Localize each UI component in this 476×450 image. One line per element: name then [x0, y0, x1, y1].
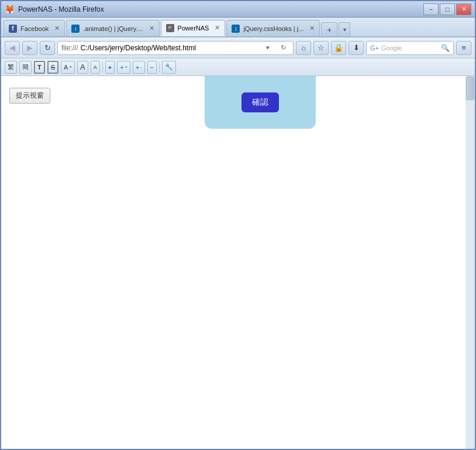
url-dropdown-icon[interactable]: ▾ [261, 42, 274, 54]
toolbar-traditional-btn[interactable]: 繁 [5, 61, 17, 74]
toolbar-add-super-btn[interactable]: ++ [117, 61, 130, 74]
facebook-favicon: f [9, 25, 17, 33]
tab-csshooks[interactable]: j jQuery.cssHooks | j... ✕ [226, 20, 320, 36]
toolbar-font-large-btn[interactable]: A+ [61, 61, 75, 74]
search-engine-icon: G+ [370, 44, 379, 51]
titlebar: 🦊 PowerNAS - Mozilla Firefox − □ ✕ [1, 1, 475, 18]
tab-jquery-animate-label: .animate() | jQuery.... [83, 25, 143, 32]
toolbar-add-sub-btn[interactable]: +- [133, 61, 145, 74]
toolbar-s-btn[interactable]: S [47, 61, 58, 74]
tab-facebook[interactable]: f Facebook ✕ [4, 20, 65, 36]
back-button[interactable]: ◀ [5, 41, 20, 55]
maximize-button[interactable]: □ [440, 4, 455, 15]
browser-window: 🦊 PowerNAS - Mozilla Firefox − □ ✕ f Fac… [0, 0, 476, 450]
tab-csshooks-label: jQuery.cssHooks | j... [243, 25, 303, 32]
reload-button[interactable]: ↻ [40, 41, 55, 55]
toolbar-separator-2 [159, 62, 160, 73]
powernas-favicon: P [166, 24, 174, 32]
tabbar: f Facebook ✕ j .animate() | jQuery.... ✕… [1, 18, 475, 37]
toolbar-tool-btn[interactable]: 🔧 [162, 61, 176, 74]
tab-powernas-close[interactable]: ✕ [215, 24, 220, 32]
tab-csshooks-close[interactable]: ✕ [309, 25, 315, 32]
search-placeholder: Google [381, 44, 439, 51]
tab-menu-button[interactable]: ▾ [339, 22, 350, 36]
url-bar[interactable]: file:/// C:/Users/jerry/Desktop/Web/test… [57, 41, 294, 55]
bookmark-button[interactable]: ☆ [313, 41, 329, 55]
titlebar-controls: − □ ✕ [423, 4, 471, 15]
popup-overlay: 確認 [205, 76, 316, 129]
scrollbar-thumb[interactable] [466, 77, 474, 100]
titlebar-icon: 🦊 [5, 5, 15, 14]
browser-menu-button[interactable]: ≡ [456, 41, 471, 55]
toolbar-separator-1 [102, 62, 103, 73]
titlebar-left: 🦊 PowerNAS - Mozilla Firefox [5, 5, 104, 14]
url-protocol: file:/// [61, 44, 78, 52]
titlebar-title: PowerNAS - Mozilla Firefox [18, 5, 104, 13]
toolbar-add-blue-btn[interactable]: + [105, 61, 115, 74]
tab-facebook-label: Facebook [20, 25, 49, 32]
scrollbar-track[interactable] [465, 76, 475, 449]
search-bar[interactable]: G+ Google 🔍 [366, 41, 454, 55]
url-path: C:/Users/jerry/Desktop/Web/test.html [81, 44, 196, 52]
new-tab-button[interactable]: + [321, 22, 337, 36]
toolbar-minus-btn[interactable]: − [147, 61, 157, 74]
toolbar-font-normal-btn[interactable]: A [77, 61, 88, 74]
close-button[interactable]: ✕ [456, 4, 471, 15]
page-content: 提示視窗 確認 [1, 76, 475, 449]
tab-jquery-animate-close[interactable]: ✕ [149, 25, 154, 32]
tab-powernas-label: PowerNAS [178, 25, 209, 32]
toolbar-t-btn[interactable]: T [34, 61, 45, 74]
toolbar-font-small-btn[interactable]: A [91, 61, 100, 74]
tab-facebook-close[interactable]: ✕ [54, 25, 60, 32]
tab-jquery-animate[interactable]: j .animate() | jQuery.... ✕ [66, 20, 159, 36]
show-dialog-button[interactable]: 提示視窗 [9, 88, 50, 104]
jquery-animate-favicon: j [71, 25, 80, 33]
extension-toolbar: 繁 簡 T S A+ A A + ++ +- − 🔧 [1, 59, 475, 76]
minimize-button[interactable]: − [423, 4, 439, 15]
toolbar-simplified-btn[interactable]: 簡 [19, 61, 32, 74]
url-reload-icon[interactable]: ↻ [277, 42, 289, 54]
search-icon[interactable]: 🔍 [441, 44, 450, 52]
addressbar: ◀ ▶ ↻ file:/// C:/Users/jerry/Desktop/We… [1, 37, 475, 59]
csshooks-favicon: j [232, 25, 240, 33]
forward-button[interactable]: ▶ [22, 41, 37, 55]
lock-button[interactable]: 🔒 [331, 41, 346, 55]
tab-powernas[interactable]: P PowerNAS ✕ [161, 20, 226, 36]
home-button[interactable]: ⌂ [296, 41, 311, 55]
confirm-button[interactable]: 確認 [242, 92, 279, 112]
download-button[interactable]: ⬇ [349, 41, 364, 55]
